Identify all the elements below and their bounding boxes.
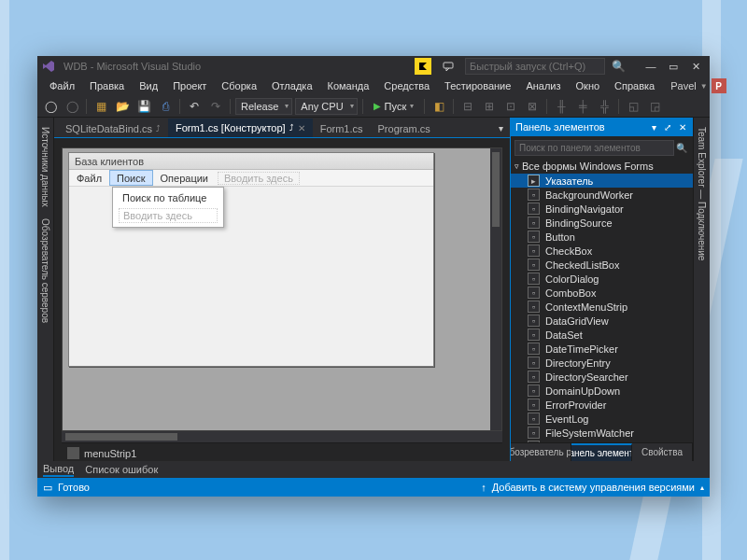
toolbox-item[interactable]: ▫ColorDialog (511, 272, 693, 286)
tab-form-designer[interactable]: Form1.cs [Конструктор]⤴✕ (168, 119, 313, 137)
tab-properties[interactable]: Свойства (632, 443, 693, 461)
tab-menu-icon[interactable]: ▾ (491, 119, 510, 137)
pin-icon[interactable]: ⤢ (662, 122, 673, 133)
form-menu-placeholder[interactable]: Вводить здесь (218, 172, 300, 185)
menu-build[interactable]: Сборка (215, 79, 263, 92)
form-menu-file[interactable]: Файл (69, 170, 109, 186)
quick-launch-input[interactable] (465, 58, 605, 75)
toolbox-category[interactable]: ▿ Все формы Windows Forms (511, 159, 693, 174)
save-icon[interactable]: 💾 (134, 97, 153, 116)
form-menu-ops[interactable]: Операции (153, 170, 216, 186)
toolbox-item[interactable]: ▫CheckBox (511, 244, 693, 258)
toolbox-item[interactable]: ▫DataGridView (511, 314, 693, 328)
toolbox-item[interactable]: ▫CheckedListBox (511, 258, 693, 272)
menu-debug[interactable]: Отладка (265, 79, 318, 92)
spacing-icon-1[interactable]: ╫ (552, 97, 571, 116)
toolbox-item[interactable]: ▫DirectoryEntry (511, 356, 693, 370)
start-button[interactable]: ▶ Пуск ▾ (368, 98, 420, 115)
layout-icon[interactable]: ◧ (430, 97, 448, 116)
spacing-icon-2[interactable]: ╪ (573, 97, 592, 116)
toolbox-item[interactable]: ▫DateTimePicker (511, 342, 693, 356)
nav-fwd-icon[interactable]: ◯ (63, 97, 81, 116)
menu-team[interactable]: Команда (321, 79, 376, 92)
toolbox-item[interactable]: ▫BindingSource (511, 216, 693, 230)
tab-error-list[interactable]: Список ошибок (85, 464, 158, 476)
component-item[interactable]: menuStrip1 (84, 448, 136, 459)
vscrollbar[interactable] (490, 148, 501, 430)
pin-icon[interactable]: ⤴ (289, 123, 294, 133)
toolbox-item[interactable]: ▫DataSet (511, 328, 693, 342)
align-icon-1[interactable]: ⊟ (458, 97, 477, 116)
rail-data-sources[interactable]: Источники данных (40, 121, 50, 213)
toolbox-item[interactable]: ▫FileSystemWatcher (511, 426, 693, 440)
menu-project[interactable]: Проект (166, 79, 213, 92)
order-icon-2[interactable]: ◲ (645, 97, 664, 116)
toolbox-item[interactable]: ▫BackgroundWorker (511, 188, 693, 202)
tab-form-cs[interactable]: Form1.cs (313, 119, 371, 137)
toolbox-search-input[interactable] (514, 140, 674, 156)
align-icon-3[interactable]: ⊡ (501, 97, 520, 116)
menu-help[interactable]: Справка (608, 79, 661, 92)
menu-edit[interactable]: Правка (83, 79, 131, 92)
tab-toolbox[interactable]: Панель элемент... (571, 443, 632, 461)
close-icon[interactable]: ✕ (298, 123, 305, 133)
notification-flag-icon[interactable] (415, 58, 431, 75)
save-all-icon[interactable]: ⎙ (156, 97, 175, 116)
toolbox-item-label: DataGridView (545, 315, 609, 327)
toolbox-item[interactable]: ▫DirectorySearcher (511, 370, 693, 384)
rail-server-explorer[interactable]: Обозреватель серверов (40, 213, 50, 329)
close-button[interactable]: ✕ (685, 58, 706, 75)
toolbox-item[interactable]: ▸Указатель (511, 174, 693, 188)
toolbox-item[interactable]: ▫ErrorProvider (511, 398, 693, 412)
tab-output[interactable]: Вывод (43, 463, 74, 477)
open-icon[interactable]: 📂 (113, 97, 132, 116)
menu-view[interactable]: Вид (133, 79, 164, 92)
menu-analyze[interactable]: Анализ (519, 79, 567, 92)
winform-menustrip[interactable]: Файл Поиск Операции Вводить здесь (69, 170, 433, 187)
panel-menu-icon[interactable]: ▾ (650, 122, 658, 133)
menu-test[interactable]: Тестирование (438, 79, 517, 92)
align-icon-4[interactable]: ⊠ (523, 97, 542, 116)
nav-back-icon[interactable]: ◯ (41, 97, 60, 116)
toolbox-item[interactable]: ▫ComboBox (511, 286, 693, 300)
dropdown-placeholder[interactable]: Вводить здесь (119, 208, 218, 223)
order-icon-1[interactable]: ◱ (624, 97, 642, 116)
new-project-icon[interactable]: ▦ (92, 97, 110, 116)
search-icon[interactable]: 🔍 (674, 138, 689, 157)
design-surface[interactable]: База клиентов Файл Поиск Операции Вводит… (62, 147, 502, 431)
tab-solution-explorer[interactable]: Обозреватель р... (511, 443, 571, 461)
feedback-icon[interactable] (439, 57, 458, 76)
status-vcs[interactable]: Добавить в систему управления версиями (492, 482, 695, 493)
chevron-up-icon[interactable]: ▴ (700, 483, 704, 492)
search-icon[interactable]: 🔍 (609, 57, 627, 76)
restore-button[interactable]: ▭ (663, 58, 684, 75)
toolbox-item[interactable]: ▫EventLog (511, 412, 693, 426)
undo-icon[interactable]: ↶ (185, 97, 204, 116)
toolbox-item[interactable]: ▫BindingNavigator (511, 202, 693, 216)
menu-file[interactable]: Файл (43, 79, 81, 92)
pin-icon[interactable]: ⤴ (156, 124, 161, 133)
toolbox-item[interactable]: ▫Button (511, 230, 693, 244)
tab-sqlite[interactable]: SQLiteDataBind.cs⤴ (58, 119, 168, 137)
tab-program[interactable]: Program.cs (371, 119, 438, 137)
form-menu-search[interactable]: Поиск (109, 170, 152, 186)
toolbox-item[interactable]: ▫DomainUpDown (511, 384, 693, 398)
config-combo[interactable]: Release (235, 98, 292, 115)
menu-window[interactable]: Окно (570, 79, 607, 92)
redo-icon[interactable]: ↷ (206, 97, 225, 116)
dropdown-item[interactable]: Поиск по таблице (113, 189, 223, 206)
winform-preview[interactable]: База клиентов Файл Поиск Операции Вводит… (68, 152, 434, 367)
user-badge[interactable]: Pavel ▼ P (670, 78, 726, 93)
toolbox-item[interactable]: ▫ContextMenuStrip (511, 300, 693, 314)
hscrollbar[interactable] (62, 431, 502, 442)
menu-tools[interactable]: Средства (377, 79, 436, 92)
align-icon-2[interactable]: ⊞ (480, 97, 499, 116)
minimize-button[interactable]: — (641, 58, 661, 75)
main-toolbar: ◯ ◯ ▦ 📂 💾 ⎙ ↶ ↷ Release Any CPU ▶ Пуск ▾… (37, 95, 710, 118)
rail-team-explorer[interactable]: Team Explorer — Подключение (697, 121, 707, 266)
spacing-icon-3[interactable]: ╬ (595, 97, 613, 116)
platform-combo[interactable]: Any CPU (295, 98, 357, 115)
close-icon[interactable]: ✕ (677, 122, 688, 133)
user-avatar: P (712, 78, 726, 93)
visual-studio-window: WDB - Microsoft Visual Studio 🔍 — ▭ ✕ Фа… (37, 56, 710, 497)
